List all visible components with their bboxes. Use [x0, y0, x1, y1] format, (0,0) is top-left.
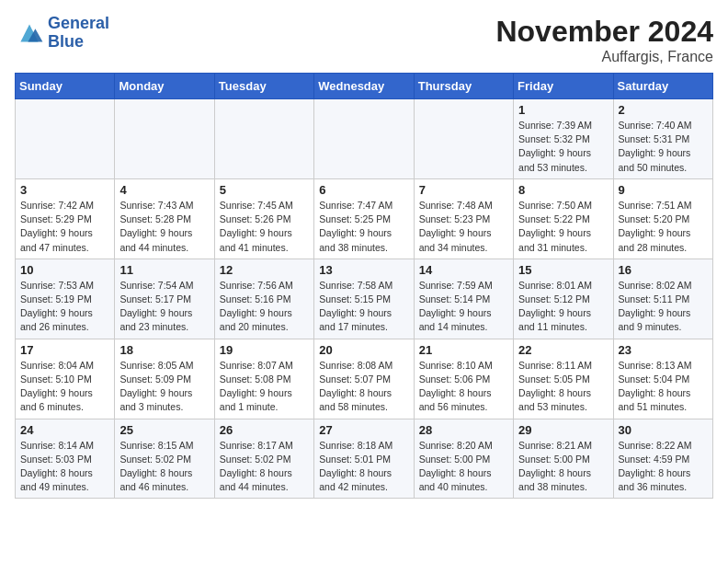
- calendar-cell: 6Sunrise: 7:47 AM Sunset: 5:25 PM Daylig…: [314, 178, 414, 259]
- logo-icon: [15, 18, 44, 48]
- calendar-cell: 29Sunrise: 8:21 AM Sunset: 5:00 PM Dayli…: [514, 419, 613, 499]
- calendar-cell: 13Sunrise: 7:58 AM Sunset: 5:15 PM Dayli…: [314, 259, 414, 339]
- day-number: 20: [319, 343, 408, 357]
- calendar-cell: 5Sunrise: 7:45 AM Sunset: 5:26 PM Daylig…: [214, 178, 313, 259]
- day-info: Sunrise: 8:10 AM Sunset: 5:06 PM Dayligh…: [419, 359, 508, 415]
- day-number: 16: [619, 263, 708, 277]
- calendar-cell: 7Sunrise: 7:48 AM Sunset: 5:23 PM Daylig…: [414, 178, 513, 259]
- day-info: Sunrise: 7:58 AM Sunset: 5:15 PM Dayligh…: [319, 279, 408, 335]
- calendar-cell: 11Sunrise: 7:54 AM Sunset: 5:17 PM Dayli…: [115, 259, 214, 339]
- day-info: Sunrise: 8:08 AM Sunset: 5:07 PM Dayligh…: [319, 359, 408, 415]
- day-number: 24: [20, 423, 109, 437]
- day-info: Sunrise: 8:11 AM Sunset: 5:05 PM Dayligh…: [518, 359, 608, 415]
- day-info: Sunrise: 8:13 AM Sunset: 5:04 PM Dayligh…: [619, 359, 708, 415]
- day-info: Sunrise: 8:18 AM Sunset: 5:01 PM Dayligh…: [319, 439, 408, 495]
- day-number: 4: [119, 183, 209, 197]
- day-info: Sunrise: 8:20 AM Sunset: 5:00 PM Dayligh…: [419, 439, 508, 495]
- weekday-header-row: SundayMondayTuesdayWednesdayThursdayFrid…: [16, 74, 713, 99]
- calendar-cell: 28Sunrise: 8:20 AM Sunset: 5:00 PM Dayli…: [414, 419, 513, 499]
- day-info: Sunrise: 8:17 AM Sunset: 5:02 PM Dayligh…: [220, 439, 309, 495]
- title-block: November 2024 Auffargis, France: [495, 15, 713, 65]
- day-info: Sunrise: 8:02 AM Sunset: 5:11 PM Dayligh…: [619, 279, 708, 335]
- day-info: Sunrise: 8:21 AM Sunset: 5:00 PM Dayligh…: [518, 439, 608, 495]
- calendar-cell: 17Sunrise: 8:04 AM Sunset: 5:10 PM Dayli…: [16, 339, 115, 419]
- day-number: 8: [518, 183, 608, 197]
- day-number: 11: [119, 263, 209, 277]
- calendar-week-3: 10Sunrise: 7:53 AM Sunset: 5:19 PM Dayli…: [16, 259, 713, 339]
- location-title: Auffargis, France: [495, 49, 713, 65]
- page-header: General Blue November 2024 Auffargis, Fr…: [15, 15, 713, 65]
- day-number: 12: [220, 263, 309, 277]
- calendar-cell: 22Sunrise: 8:11 AM Sunset: 5:05 PM Dayli…: [514, 339, 613, 419]
- calendar-cell: 21Sunrise: 8:10 AM Sunset: 5:06 PM Dayli…: [414, 339, 513, 419]
- day-info: Sunrise: 7:51 AM Sunset: 5:20 PM Dayligh…: [619, 199, 708, 255]
- logo-text: General Blue: [48, 15, 109, 52]
- calendar-cell: 19Sunrise: 8:07 AM Sunset: 5:08 PM Dayli…: [214, 339, 313, 419]
- calendar-cell: [314, 99, 414, 179]
- calendar-week-4: 17Sunrise: 8:04 AM Sunset: 5:10 PM Dayli…: [16, 339, 713, 419]
- day-info: Sunrise: 7:39 AM Sunset: 5:32 PM Dayligh…: [518, 119, 608, 175]
- weekday-header-monday: Monday: [115, 74, 214, 99]
- weekday-header-friday: Friday: [514, 74, 613, 99]
- day-number: 6: [319, 183, 408, 197]
- day-number: 1: [518, 103, 608, 117]
- day-number: 17: [20, 343, 109, 357]
- day-info: Sunrise: 7:45 AM Sunset: 5:26 PM Dayligh…: [220, 199, 309, 255]
- day-number: 18: [119, 343, 209, 357]
- day-number: 25: [119, 423, 209, 437]
- calendar-cell: [115, 99, 214, 179]
- calendar-table: SundayMondayTuesdayWednesdayThursdayFrid…: [15, 73, 713, 499]
- day-info: Sunrise: 7:43 AM Sunset: 5:28 PM Dayligh…: [119, 199, 209, 255]
- day-number: 28: [419, 423, 508, 437]
- weekday-header-tuesday: Tuesday: [214, 74, 313, 99]
- weekday-header-saturday: Saturday: [613, 74, 712, 99]
- weekday-header-thursday: Thursday: [414, 74, 513, 99]
- calendar-cell: 12Sunrise: 7:56 AM Sunset: 5:16 PM Dayli…: [214, 259, 313, 339]
- day-info: Sunrise: 7:53 AM Sunset: 5:19 PM Dayligh…: [20, 279, 109, 335]
- logo: General Blue: [15, 15, 109, 52]
- day-info: Sunrise: 7:54 AM Sunset: 5:17 PM Dayligh…: [119, 279, 209, 335]
- calendar-week-1: 1Sunrise: 7:39 AM Sunset: 5:32 PM Daylig…: [16, 99, 713, 179]
- day-number: 2: [619, 103, 708, 117]
- day-info: Sunrise: 7:56 AM Sunset: 5:16 PM Dayligh…: [220, 279, 309, 335]
- day-info: Sunrise: 8:01 AM Sunset: 5:12 PM Dayligh…: [518, 279, 608, 335]
- calendar-cell: 27Sunrise: 8:18 AM Sunset: 5:01 PM Dayli…: [314, 419, 414, 499]
- calendar-cell: 14Sunrise: 7:59 AM Sunset: 5:14 PM Dayli…: [414, 259, 513, 339]
- calendar-cell: 26Sunrise: 8:17 AM Sunset: 5:02 PM Dayli…: [214, 419, 313, 499]
- day-number: 26: [220, 423, 309, 437]
- calendar-cell: 1Sunrise: 7:39 AM Sunset: 5:32 PM Daylig…: [514, 99, 613, 179]
- day-number: 5: [220, 183, 309, 197]
- calendar-cell: 25Sunrise: 8:15 AM Sunset: 5:02 PM Dayli…: [115, 419, 214, 499]
- calendar-cell: 18Sunrise: 8:05 AM Sunset: 5:09 PM Dayli…: [115, 339, 214, 419]
- day-info: Sunrise: 8:07 AM Sunset: 5:08 PM Dayligh…: [220, 359, 309, 415]
- weekday-header-sunday: Sunday: [16, 74, 115, 99]
- day-number: 10: [20, 263, 109, 277]
- day-number: 19: [220, 343, 309, 357]
- day-info: Sunrise: 7:47 AM Sunset: 5:25 PM Dayligh…: [319, 199, 408, 255]
- day-number: 22: [518, 343, 608, 357]
- calendar-cell: 9Sunrise: 7:51 AM Sunset: 5:20 PM Daylig…: [613, 178, 712, 259]
- calendar-cell: 15Sunrise: 8:01 AM Sunset: 5:12 PM Dayli…: [514, 259, 613, 339]
- calendar-week-2: 3Sunrise: 7:42 AM Sunset: 5:29 PM Daylig…: [16, 178, 713, 259]
- calendar-cell: [214, 99, 313, 179]
- calendar-cell: 30Sunrise: 8:22 AM Sunset: 4:59 PM Dayli…: [613, 419, 712, 499]
- day-info: Sunrise: 7:48 AM Sunset: 5:23 PM Dayligh…: [419, 199, 508, 255]
- day-info: Sunrise: 8:14 AM Sunset: 5:03 PM Dayligh…: [20, 439, 109, 495]
- calendar-cell: 3Sunrise: 7:42 AM Sunset: 5:29 PM Daylig…: [16, 178, 115, 259]
- day-number: 30: [619, 423, 708, 437]
- calendar-cell: 2Sunrise: 7:40 AM Sunset: 5:31 PM Daylig…: [613, 99, 712, 179]
- day-number: 14: [419, 263, 508, 277]
- calendar-cell: 23Sunrise: 8:13 AM Sunset: 5:04 PM Dayli…: [613, 339, 712, 419]
- day-info: Sunrise: 7:50 AM Sunset: 5:22 PM Dayligh…: [518, 199, 608, 255]
- day-number: 21: [419, 343, 508, 357]
- month-title: November 2024: [495, 15, 713, 49]
- calendar-cell: 8Sunrise: 7:50 AM Sunset: 5:22 PM Daylig…: [514, 178, 613, 259]
- calendar-cell: 24Sunrise: 8:14 AM Sunset: 5:03 PM Dayli…: [16, 419, 115, 499]
- day-info: Sunrise: 7:59 AM Sunset: 5:14 PM Dayligh…: [419, 279, 508, 335]
- day-info: Sunrise: 7:40 AM Sunset: 5:31 PM Dayligh…: [619, 119, 708, 175]
- day-number: 15: [518, 263, 608, 277]
- calendar-cell: 10Sunrise: 7:53 AM Sunset: 5:19 PM Dayli…: [16, 259, 115, 339]
- calendar-cell: 4Sunrise: 7:43 AM Sunset: 5:28 PM Daylig…: [115, 178, 214, 259]
- day-number: 7: [419, 183, 508, 197]
- day-number: 23: [619, 343, 708, 357]
